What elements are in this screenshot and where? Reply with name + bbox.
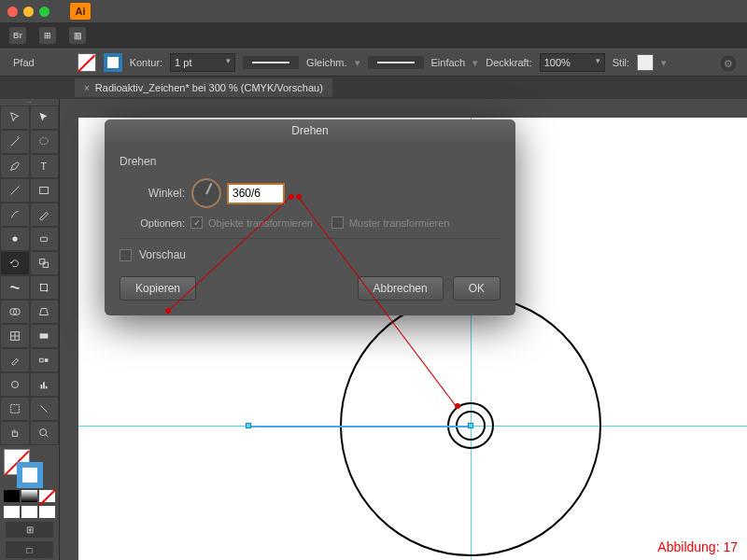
annotation-dot <box>165 308 171 314</box>
svg-line-2 <box>10 187 19 195</box>
svg-point-24 <box>40 429 47 436</box>
panel-menu-icon[interactable]: ⚙ <box>719 54 738 73</box>
artboard-tool[interactable] <box>0 397 30 421</box>
cancel-button[interactable]: Abbrechen <box>358 276 444 301</box>
blend-tool[interactable] <box>30 348 60 372</box>
svg-point-0 <box>40 138 49 145</box>
stroke-cap-label: Gleichm. <box>306 57 346 68</box>
selection-type-label: Pfad <box>13 57 35 68</box>
transform-objects-label: Objekte transformieren <box>208 217 313 229</box>
app-badge: Ai <box>70 3 91 20</box>
pencil-tool[interactable] <box>30 203 60 227</box>
symbol-tool[interactable] <box>0 372 30 397</box>
hand-tool[interactable] <box>0 421 30 445</box>
stroke-indicator[interactable] <box>17 462 43 488</box>
close-icon[interactable] <box>7 7 18 17</box>
layout-icon[interactable]: ▥ <box>69 27 86 44</box>
arrange-icon[interactable]: ⊞ <box>39 27 56 44</box>
type-tool[interactable]: T <box>30 154 60 178</box>
options-label: Optionen: <box>120 217 185 229</box>
svg-rect-8 <box>41 285 48 291</box>
selected-path[interactable] <box>248 426 471 427</box>
stroke-swatch[interactable] <box>104 53 122 72</box>
copy-button[interactable]: Kopieren <box>120 276 196 301</box>
kontur-label: Kontur: <box>130 57 162 68</box>
stroke-cap-selector[interactable] <box>243 56 299 69</box>
preview-checkbox[interactable] <box>120 249 132 261</box>
svg-rect-5 <box>41 237 48 241</box>
svg-point-10 <box>47 290 49 292</box>
stroke-profile-selector[interactable] <box>368 56 424 69</box>
stroke-weight-input[interactable]: 1 pt <box>170 53 235 72</box>
direct-select-tool[interactable] <box>30 105 60 130</box>
svg-rect-20 <box>41 385 43 388</box>
draw-inside[interactable] <box>39 506 55 518</box>
minimize-icon[interactable] <box>23 7 34 17</box>
preview-label: Vorschau <box>139 248 186 261</box>
svg-line-25 <box>46 435 49 438</box>
svg-rect-3 <box>40 188 49 194</box>
draw-normal[interactable] <box>4 506 20 518</box>
magic-wand-tool[interactable] <box>0 130 30 154</box>
ruler-vertical[interactable] <box>60 99 78 560</box>
figure-caption: Abbildung: 17 <box>657 539 738 554</box>
screen-mode-button[interactable]: ⊞ <box>6 522 53 539</box>
svg-point-4 <box>12 236 17 241</box>
tab-close-icon[interactable]: × <box>84 83 90 93</box>
style-label: Stil: <box>613 57 629 68</box>
transform-pattern-label: Muster transformieren <box>349 217 450 229</box>
dialog-section-label: Drehen <box>120 155 500 168</box>
rotate-tool[interactable] <box>0 251 30 275</box>
opacity-input[interactable]: 100% <box>540 53 605 72</box>
eraser-tool[interactable] <box>30 227 60 251</box>
color-mode-none[interactable] <box>39 490 55 502</box>
free-transform-tool[interactable] <box>30 275 60 300</box>
color-mode-gradient[interactable] <box>21 490 37 502</box>
annotation-dot <box>455 403 460 409</box>
change-screen-button[interactable]: □ <box>6 541 53 558</box>
rect-tool[interactable] <box>30 178 60 203</box>
app-menubar: Br ⊞ ▥ <box>0 22 747 49</box>
fill-swatch[interactable] <box>78 53 96 72</box>
svg-rect-21 <box>43 382 45 388</box>
shape-builder-tool[interactable] <box>0 300 30 324</box>
svg-rect-23 <box>10 405 19 413</box>
selection-tool[interactable] <box>0 105 30 130</box>
angle-dial-icon[interactable] <box>192 179 220 207</box>
width-tool[interactable] <box>0 275 30 300</box>
panel-grip-icon[interactable]: ∙∙ <box>0 99 59 105</box>
perspective-tool[interactable] <box>30 300 60 324</box>
svg-rect-6 <box>40 259 45 264</box>
bridge-icon[interactable]: Br <box>9 27 26 44</box>
slice-tool[interactable] <box>30 397 60 421</box>
maximize-icon[interactable] <box>39 7 49 17</box>
dialog-title: Drehen <box>105 119 515 142</box>
style-swatch[interactable] <box>637 54 654 71</box>
brush-tool[interactable] <box>0 203 30 227</box>
line-tool[interactable] <box>0 178 30 203</box>
lasso-tool[interactable] <box>30 130 60 154</box>
zoom-tool[interactable] <box>30 421 60 445</box>
blob-brush-tool[interactable] <box>0 227 30 251</box>
ruler-horizontal[interactable] <box>78 99 747 118</box>
mesh-tool[interactable] <box>0 324 30 348</box>
transform-pattern-checkbox[interactable] <box>331 217 344 229</box>
gradient-tool[interactable] <box>30 324 60 348</box>
draw-mode-row <box>4 506 55 518</box>
document-tab[interactable]: × Radioaktiv_Zeichen* bei 300 % (CMYK/Vo… <box>75 78 332 97</box>
anchor-point[interactable] <box>468 423 473 428</box>
eyedropper-tool[interactable] <box>0 348 30 372</box>
tool-panel: ∙∙ T <box>0 99 60 560</box>
ok-button[interactable]: OK <box>453 276 500 301</box>
transform-objects-checkbox[interactable] <box>190 217 203 229</box>
draw-behind[interactable] <box>21 506 37 518</box>
graph-tool[interactable] <box>30 372 60 397</box>
anchor-point[interactable] <box>246 423 251 428</box>
color-mode-solid[interactable] <box>4 490 20 502</box>
svg-text:T: T <box>41 161 48 172</box>
pen-tool[interactable] <box>0 154 30 178</box>
fill-stroke-indicator[interactable] <box>4 449 55 484</box>
angle-input[interactable] <box>228 184 284 203</box>
scale-tool[interactable] <box>30 251 60 275</box>
svg-point-9 <box>40 284 42 286</box>
